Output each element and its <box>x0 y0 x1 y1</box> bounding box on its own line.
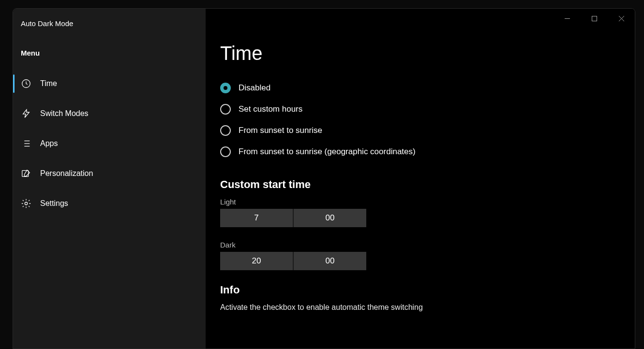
radio-sunset-sunrise[interactable]: From sunset to sunrise <box>220 125 620 136</box>
radio-label: Disabled <box>239 83 270 93</box>
nav-item-label: Switch Modes <box>40 109 89 118</box>
nav-item-settings[interactable]: Settings <box>13 189 206 218</box>
main-content: Time Disabled Set custom hours From suns… <box>206 9 635 349</box>
radio-indicator <box>220 146 231 157</box>
nav-item-label: Apps <box>40 139 58 148</box>
app-window: Auto Dark Mode Menu Time Switch Modes Ap… <box>13 8 635 349</box>
titlebar-buttons <box>554 9 635 28</box>
radio-indicator <box>220 83 231 93</box>
radio-sunset-sunrise-geo[interactable]: From sunset to sunrise (geographic coord… <box>220 146 620 157</box>
radio-indicator <box>220 125 231 136</box>
lightning-icon <box>21 108 31 119</box>
svg-point-8 <box>25 202 28 205</box>
radio-indicator <box>220 104 231 115</box>
nav-item-label: Time <box>40 79 57 88</box>
edit-icon <box>21 168 31 179</box>
gear-icon <box>21 198 31 209</box>
sidebar: Auto Dark Mode Menu Time Switch Modes Ap… <box>13 9 206 349</box>
nav-item-switch-modes[interactable]: Switch Modes <box>13 99 206 129</box>
info-text: Activate the checkbox to enable automati… <box>220 303 620 312</box>
light-label: Light <box>220 198 620 206</box>
radio-label: Set custom hours <box>239 104 302 114</box>
menu-heading: Menu <box>13 37 206 69</box>
radio-custom-hours[interactable]: Set custom hours <box>220 104 620 115</box>
custom-start-heading: Custom start time <box>220 178 620 191</box>
nav-list: Time Switch Modes Apps Personalization <box>13 69 206 218</box>
radio-label: From sunset to sunrise <box>239 126 322 135</box>
radio-disabled[interactable]: Disabled <box>220 83 620 93</box>
dark-hour-input[interactable]: 20 <box>220 252 293 270</box>
nav-item-time[interactable]: Time <box>13 69 206 99</box>
dark-label: Dark <box>220 241 620 249</box>
nav-item-personalization[interactable]: Personalization <box>13 159 206 189</box>
maximize-button[interactable] <box>581 9 608 28</box>
info-heading: Info <box>220 284 620 296</box>
light-minute-input[interactable]: 00 <box>293 209 366 227</box>
nav-item-label: Personalization <box>40 169 93 178</box>
light-hour-input[interactable]: 7 <box>220 209 293 227</box>
nav-item-apps[interactable]: Apps <box>13 129 206 159</box>
page-title: Time <box>220 43 620 64</box>
light-time-picker: 7 00 <box>220 209 366 227</box>
nav-item-label: Settings <box>40 199 68 208</box>
dark-minute-input[interactable]: 00 <box>293 252 366 270</box>
list-icon <box>21 138 31 149</box>
radio-label: From sunset to sunrise (geographic coord… <box>239 147 416 157</box>
minimize-button[interactable] <box>554 9 581 28</box>
dark-time-picker: 20 00 <box>220 252 366 270</box>
svg-rect-10 <box>592 16 597 21</box>
mode-radio-group: Disabled Set custom hours From sunset to… <box>220 83 620 157</box>
close-button[interactable] <box>608 9 635 28</box>
app-title: Auto Dark Mode <box>13 13 206 37</box>
clock-icon <box>21 78 31 89</box>
